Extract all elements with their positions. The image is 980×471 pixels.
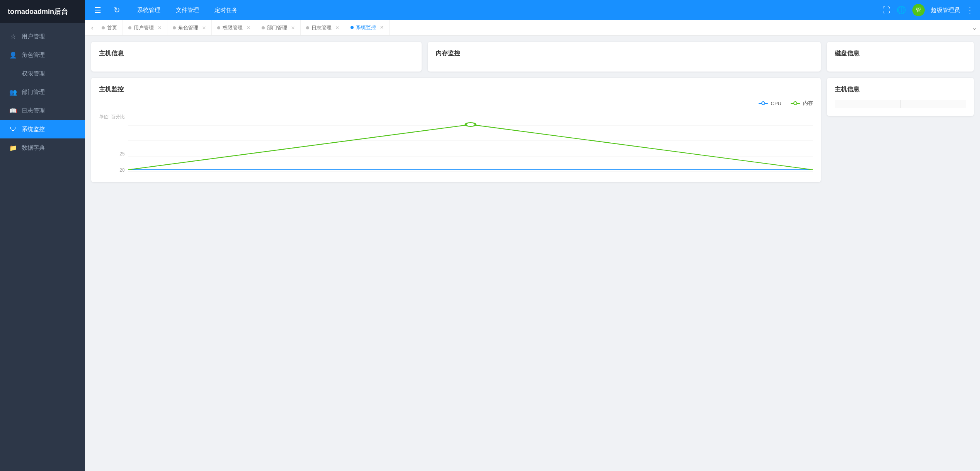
nav-label-dept-mgmt: 部门管理 [22,89,45,96]
host-info-table [835,100,966,108]
tab-label-log-mgmt: 日志管理 [311,24,332,31]
header-nav-scheduled-task[interactable]: 定时任务 [207,0,245,20]
tab-user-mgmt[interactable]: 用户管理✕ [123,20,167,36]
tab-log-mgmt[interactable]: 日志管理✕ [301,20,345,36]
avatar: 管 [912,4,925,16]
tab-label-role-mgmt: 角色管理 [178,24,198,31]
refresh-icon[interactable]: ↻ [111,4,123,16]
globe-icon[interactable]: 🌐 [897,5,906,15]
more-icon[interactable]: ⋮ [966,5,974,15]
legend-cpu: CPU [759,101,781,106]
table-header-val [900,100,966,108]
host-info-table-title: 主机信息 [835,85,966,94]
row-2: 主机监控 CPU [91,78,974,182]
username: 超级管理员 [931,7,960,14]
chart-svg [128,110,813,172]
nav-label-sys-monitor: 系统监控 [22,126,45,133]
header: ☰ ↻ 系统管理文件管理定时任务 ⛶ 🌐 管 超级管理员 ⋮ [85,0,980,20]
sidebar-nav: ☆用户管理👤角色管理权限管理👥部门管理📖日志管理🛡系统监控📁数据字典 [0,23,85,471]
monitor-card: 主机监控 CPU [91,78,821,182]
y-tick-20: 20 [119,167,124,173]
nav-label-user-mgmt: 用户管理 [22,33,45,40]
tab-dot-user-mgmt [128,26,131,29]
main: ☰ ↻ 系统管理文件管理定时任务 ⛶ 🌐 管 超级管理员 ⋮ ‹ 首页用户管理✕… [85,0,980,471]
tabs-expand-icon[interactable]: ⌄ [972,24,977,31]
host-info-card: 主机信息 [91,42,422,72]
nav-label-log-mgmt: 日志管理 [22,107,45,114]
table-header-attr [835,100,901,108]
y-label: 单位: 百分比 [99,114,125,120]
legend-mem-label: 内存 [803,100,813,107]
nav-icon-sys-monitor: 🛡 [9,125,17,133]
tab-dot-log-mgmt [306,26,309,29]
tab-dot-role-mgmt [173,26,176,29]
tab-sys-monitor[interactable]: 系统监控✕ [345,20,390,36]
sidebar-item-sys-monitor[interactable]: 🛡系统监控 [0,120,85,138]
tab-label-home: 首页 [107,24,117,31]
nav-label-data-dict: 数据字典 [22,144,45,152]
right-panel: 主机信息 [827,78,974,116]
svg-point-4 [466,123,475,126]
row-1: 主机信息 内存监控 磁盘信息 [91,42,974,72]
tab-dot-sys-monitor [350,26,354,29]
sidebar-item-role-mgmt[interactable]: 👤角色管理 [0,46,85,64]
memory-card: 内存监控 [428,42,821,72]
sidebar: tornadoadmin后台 ☆用户管理👤角色管理权限管理👥部门管理📖日志管理🛡… [0,0,85,471]
tab-dot-dept-mgmt [262,26,265,29]
tab-role-mgmt[interactable]: 角色管理✕ [167,20,212,36]
host-info-table-card: 主机信息 [827,78,974,116]
sidebar-item-data-dict[interactable]: 📁数据字典 [0,138,85,157]
header-nav: 系统管理文件管理定时任务 [129,0,245,20]
nav-label-role-mgmt: 角色管理 [22,51,45,59]
tab-dept-mgmt[interactable]: 部门管理✕ [256,20,301,36]
nav-icon-data-dict: 📁 [9,144,17,152]
tab-close-log-mgmt[interactable]: ✕ [335,25,339,31]
y-tick-25: 25 [119,151,124,157]
sidebar-item-user-mgmt[interactable]: ☆用户管理 [0,27,85,46]
tab-close-sys-monitor[interactable]: ✕ [380,25,384,30]
sidebar-logo: tornadoadmin后台 [0,0,85,23]
legend-mem: 内存 [791,100,813,107]
nav-icon-role-mgmt: 👤 [9,51,17,59]
tab-label-dept-mgmt: 部门管理 [267,24,287,31]
sidebar-item-log-mgmt[interactable]: 📖日志管理 [0,101,85,120]
tab-close-role-mgmt[interactable]: ✕ [202,25,206,31]
nav-icon-log-mgmt: 📖 [9,107,17,114]
sidebar-item-perm-mgmt[interactable]: 权限管理 [0,64,85,83]
nav-label-perm-mgmt: 权限管理 [22,70,45,77]
tab-label-sys-monitor: 系统监控 [356,24,376,31]
tab-close-perm-mgmt[interactable]: ✕ [247,25,250,31]
tab-close-user-mgmt[interactable]: ✕ [158,25,162,31]
tab-close-dept-mgmt[interactable]: ✕ [291,25,295,31]
disk-title: 磁盘信息 [835,49,966,58]
tabs-bar: ‹ 首页用户管理✕角色管理✕权限管理✕部门管理✕日志管理✕系统监控✕⌄ [85,20,980,36]
chart-area [128,110,813,173]
sidebar-item-dept-mgmt[interactable]: 👥部门管理 [0,83,85,101]
content: 主机信息 内存监控 磁盘信息 主机监控 [85,36,980,471]
nav-icon-dept-mgmt: 👥 [9,88,17,96]
chart-legend: CPU 内存 [99,100,813,107]
fullscreen-icon[interactable]: ⛶ [883,6,890,15]
tabs-prev-arrow[interactable]: ‹ [88,24,96,31]
tab-perm-mgmt[interactable]: 权限管理✕ [212,20,256,36]
tab-label-user-mgmt: 用户管理 [134,24,154,31]
legend-cpu-label: CPU [771,101,781,106]
tab-dot-home [102,26,105,29]
header-nav-file-mgmt[interactable]: 文件管理 [168,0,207,20]
nav-icon-user-mgmt: ☆ [9,32,17,40]
disk-card: 磁盘信息 [827,42,974,72]
memory-title: 内存监控 [436,49,813,58]
tab-label-perm-mgmt: 权限管理 [223,24,243,31]
tab-dot-perm-mgmt [217,26,220,29]
header-right: ⛶ 🌐 管 超级管理员 ⋮ [883,4,974,16]
tab-home[interactable]: 首页 [96,20,123,36]
monitor-title: 主机监控 [99,85,813,94]
host-info-title: 主机信息 [99,49,414,58]
header-nav-sys-mgmt[interactable]: 系统管理 [129,0,168,20]
menu-icon[interactable]: ☰ [91,4,104,16]
nav-icon-perm-mgmt [9,70,17,77]
